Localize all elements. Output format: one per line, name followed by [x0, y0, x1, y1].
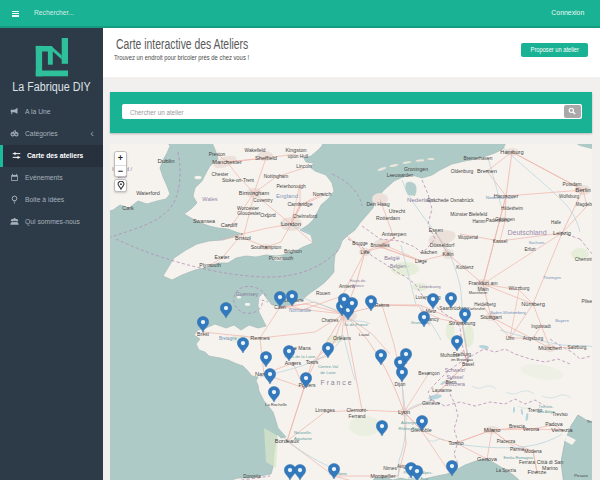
svg-text:Lausanne: Lausanne: [432, 388, 452, 393]
svg-text:München: München: [538, 345, 561, 351]
svg-text:Piacenza: Piacenza: [497, 439, 516, 444]
svg-text:Liège: Liège: [415, 259, 427, 264]
svg-text:Nürnberg: Nürnberg: [521, 301, 545, 307]
svg-text:Münster: Münster: [450, 212, 468, 217]
svg-text:Dijon: Dijon: [395, 382, 406, 387]
svg-text:Osnabrück: Osnabrück: [450, 198, 474, 203]
svg-text:Donostia: Donostia: [243, 474, 261, 479]
svg-text:upon Hull: upon Hull: [288, 154, 308, 159]
svg-text:Wakefield: Wakefield: [245, 148, 266, 153]
svg-text:Ulm: Ulm: [506, 336, 515, 341]
svg-text:Sheffield: Sheffield: [255, 155, 277, 161]
svg-text:Chemnitz: Chemnitz: [575, 257, 592, 262]
svg-text:Portsmouth: Portsmouth: [269, 256, 294, 261]
svg-text:Hauts-de-: Hauts-de-: [350, 279, 367, 283]
svg-text:Angers: Angers: [285, 360, 302, 366]
svg-text:Leeuwarden: Leeuwarden: [387, 173, 414, 178]
svg-text:Padova: Padova: [545, 421, 563, 427]
svg-text:Gloucester: Gloucester: [237, 211, 261, 216]
svg-text:Peterborough: Peterborough: [276, 184, 305, 189]
svg-text:Nouvelle-: Nouvelle-: [294, 430, 313, 435]
svg-text:Suisse/: Suisse/: [447, 374, 464, 380]
svg-text:Halle: Halle: [551, 220, 562, 225]
svg-text:Swansea: Swansea: [193, 218, 215, 224]
svg-text:Nottingham: Nottingham: [264, 174, 289, 179]
svg-text:Svizzera: Svizzera: [445, 381, 465, 387]
svg-text:Guernsey: Guernsey: [236, 291, 259, 297]
svg-text:Den Haag: Den Haag: [366, 201, 389, 207]
svg-text:Mannheim: Mannheim: [469, 290, 488, 295]
svg-text:Birmingham: Birmingham: [239, 190, 270, 196]
svg-text:Marino: Marino: [542, 465, 558, 471]
svg-text:Limoges: Limoges: [315, 407, 335, 413]
svg-text:Düsseldorf: Düsseldorf: [430, 242, 455, 248]
svg-text:Niedersachsen: Niedersachsen: [486, 195, 515, 200]
svg-text:Bremen: Bremen: [477, 168, 497, 174]
svg-text:Erfurt: Erfurt: [525, 247, 537, 252]
svg-text:Chelmsford: Chelmsford: [293, 214, 318, 219]
svg-text:Stoke-on-Trent: Stoke-on-Trent: [222, 178, 255, 183]
svg-text:Lincoln: Lincoln: [296, 164, 312, 169]
svg-text:Wales: Wales: [202, 196, 218, 202]
svg-text:Hamburg: Hamburg: [500, 149, 523, 155]
svg-text:Manchester: Manchester: [212, 159, 242, 165]
svg-text:Würzburg: Würzburg: [509, 286, 530, 291]
svg-text:Oldenburg: Oldenburg: [451, 169, 474, 174]
svg-text:Lëtzebuerg: Lëtzebuerg: [419, 284, 441, 289]
svg-text:Pesaro: Pesaro: [574, 473, 588, 478]
svg-text:Rouen: Rouen: [316, 291, 331, 296]
svg-text:Rhône-Alpes: Rhône-Alpes: [399, 426, 422, 431]
svg-text:Chartres: Chartres: [321, 318, 339, 323]
svg-text:België: België: [384, 255, 400, 261]
svg-text:Torino: Torino: [448, 440, 463, 446]
svg-text:Ferrara: Ferrara: [519, 460, 535, 465]
svg-text:Rennes: Rennes: [250, 335, 270, 341]
svg-text:Bremerhaven: Bremerhaven: [464, 156, 493, 161]
svg-text:Île-de-France: Île-de-France: [343, 322, 368, 327]
svg-text:London: London: [281, 221, 301, 227]
svg-text:Essen: Essen: [429, 227, 443, 233]
svg-text:Emilia-Romagna: Emilia-Romagna: [503, 455, 533, 460]
svg-text:Besançon: Besançon: [418, 371, 440, 376]
svg-text:Aquitaine: Aquitaine: [294, 436, 313, 441]
svg-text:Modena: Modena: [524, 449, 542, 454]
svg-text:Strasbourg: Strasbourg: [449, 320, 475, 326]
svg-text:Genève: Genève: [422, 400, 440, 406]
svg-text:Venezia: Venezia: [551, 427, 573, 433]
svg-text:de Loire: de Loire: [320, 370, 336, 375]
svg-text:Salzburg: Salzburg: [568, 345, 587, 350]
svg-text:Plymouth: Plymouth: [199, 262, 221, 268]
svg-text:Potsdam: Potsdam: [563, 182, 582, 187]
svg-text:Groningen: Groningen: [404, 166, 428, 172]
svg-text:Berlin: Berlin: [575, 187, 590, 193]
svg-text:Bretagne: Bretagne: [219, 336, 238, 341]
svg-text:Bielefeld: Bielefeld: [469, 212, 488, 217]
svg-text:Mulhouse: Mulhouse: [440, 353, 460, 358]
svg-text:Bruxelles: Bruxelles: [370, 243, 390, 248]
svg-text:Hildesheim: Hildesheim: [501, 206, 523, 211]
svg-text:Dublin: Dublin: [157, 158, 174, 164]
svg-text:Trentino-: Trentino-: [539, 405, 555, 409]
svg-text:Ingolstadt: Ingolstadt: [531, 324, 551, 329]
svg-text:Oxford: Oxford: [260, 212, 276, 218]
svg-text:Thüringen: Thüringen: [543, 275, 561, 280]
svg-text:Preston: Preston: [209, 152, 226, 157]
svg-text:Leipzig: Leipzig: [553, 230, 571, 236]
svg-text:Norwich: Norwich: [313, 191, 332, 197]
svg-text:Antwerpen: Antwerpen: [382, 231, 407, 237]
svg-text:Magdeburg: Magdeburg: [576, 202, 592, 207]
svg-text:Deutschland: Deutschland: [507, 229, 546, 236]
svg-text:Schweiz/: Schweiz/: [445, 367, 466, 373]
svg-text:Milano: Milano: [484, 427, 501, 433]
svg-text:Bayern: Bayern: [555, 318, 569, 323]
svg-text:Baden-Württemberg: Baden-Württemberg: [490, 310, 526, 315]
svg-text:Bristol: Bristol: [235, 235, 251, 241]
svg-text:Wolfsburg: Wolfsburg: [559, 194, 579, 199]
svg-text:Exeter: Exeter: [215, 254, 230, 260]
svg-text:Tours: Tours: [306, 359, 319, 365]
svg-text:Parma: Parma: [510, 447, 524, 452]
svg-text:Koblenz: Koblenz: [456, 265, 474, 270]
svg-text:Cork: Cork: [122, 205, 134, 211]
svg-text:Brighton: Brighton: [284, 249, 302, 254]
svg-text:Treviso: Treviso: [552, 412, 568, 417]
